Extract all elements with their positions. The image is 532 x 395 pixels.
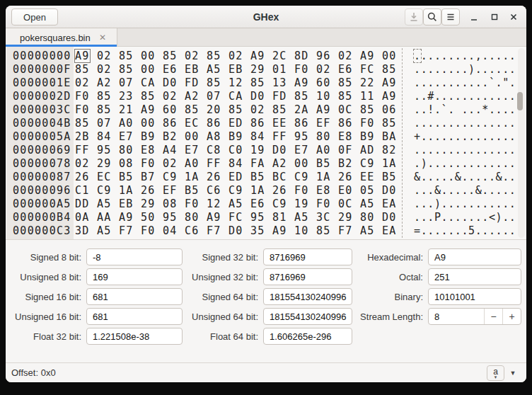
conversion-value: 8716969: [264, 252, 352, 263]
conversions-column-1: Signed 8 bit:-8Unsigned 8 bit:169Signed …: [11, 248, 183, 345]
conversion-value-field[interactable]: 8−+: [428, 308, 521, 325]
hex-bytes-row[interactable]: 0A AA A9 50 95 80 A9 FC 95 81 A5 3C 29 8…: [75, 211, 397, 224]
offset-cell: 0000001E: [13, 76, 74, 90]
conversion-label: Octal:: [352, 272, 428, 282]
hex-bytes-row[interactable]: DD A5 EB 29 08 F0 12 A5 E6 C9 19 F0 0C A…: [75, 198, 397, 211]
ascii-row[interactable]: .........,.....: [414, 50, 516, 63]
conversion-value: 681: [87, 292, 182, 302]
conversion-value-field[interactable]: -8: [86, 248, 183, 265]
ascii-row[interactable]: .).............: [414, 157, 516, 171]
conversion-value-field[interactable]: 1.606265e-296: [263, 328, 352, 345]
offset-cell: 000000C3: [13, 224, 74, 238]
conversion-value: 10101001: [429, 292, 521, 302]
offset-cell: 00000096: [13, 184, 74, 198]
offset-cell: 0000003C: [13, 103, 74, 117]
save-icon: [408, 11, 420, 23]
conversion-value-field[interactable]: 8716969: [263, 268, 352, 285]
ascii-row[interactable]: ..#............: [414, 90, 516, 103]
ascii-row[interactable]: &.....&.....&..: [414, 171, 516, 184]
chevron-down-icon: ▼: [510, 370, 516, 377]
conversion-row: Unsigned 16 bit:681: [11, 308, 183, 325]
conversion-value-field[interactable]: A9: [428, 248, 521, 265]
save-button[interactable]: [405, 8, 423, 25]
conversion-label: Signed 64 bit:: [188, 292, 263, 302]
conversion-label: Stream Length:: [352, 311, 428, 322]
hex-bytes-row[interactable]: 85 07 A0 00 86 EC 86 ED 86 EE 86 EF 86 F…: [75, 117, 397, 130]
conversion-value-field[interactable]: 181554130240996: [263, 288, 352, 305]
stream-length-increment-button[interactable]: +: [502, 309, 521, 324]
conversion-value-field[interactable]: 181554130240996: [263, 308, 352, 325]
ascii-row[interactable]: ...............: [414, 144, 516, 157]
offset-column: 000000000000000F0000001E0000002D0000003C…: [6, 47, 74, 239]
ascii-row[interactable]: ...P.......<)..: [414, 211, 516, 224]
hex-bytes-row[interactable]: 2B 84 E7 B9 B2 00 A8 B9 84 FF 95 80 E8 B…: [75, 130, 397, 144]
ascii-row[interactable]: ...&.....&.....: [414, 184, 516, 198]
conversion-row: Unsigned 32 bit:8716969: [188, 268, 352, 285]
conversions-column-2: Signed 32 bit:8716969Unsigned 32 bit:871…: [188, 248, 352, 345]
search-button[interactable]: [423, 8, 441, 25]
conversion-value-field[interactable]: 169: [86, 268, 183, 285]
conversion-row: Stream Length:8−+: [352, 308, 521, 325]
ascii-row[interactable]: ...)...........: [414, 198, 516, 211]
search-icon: [427, 11, 438, 23]
hex-column[interactable]: A9 02 85 00 85 02 85 02 A9 2C 8D 96 02 A…: [75, 47, 397, 238]
close-button[interactable]: [505, 8, 522, 25]
hex-bytes-row[interactable]: FF 95 80 E8 A4 E7 C8 C0 19 D0 E7 A0 0F A…: [75, 144, 397, 157]
conversion-label: Float 32 bit:: [11, 331, 86, 342]
stream-length-decrement-button[interactable]: −: [484, 309, 502, 324]
conversion-row: Unsigned 8 bit:169: [11, 268, 183, 285]
conversion-value: 181554130240996: [264, 292, 352, 302]
status-bar: Offset: 0x0 a ▼ ▼: [6, 362, 526, 382]
ascii-row[interactable]: ...............: [414, 117, 516, 130]
hex-bytes-row[interactable]: C1 C9 1A 26 EF B5 C6 C9 1A 26 F0 E8 E0 0…: [75, 184, 397, 198]
conversion-value-field[interactable]: 681: [86, 308, 183, 325]
tab-pokersquares[interactable]: pokersquares.bin ✕: [6, 28, 117, 47]
minimize-icon: [468, 11, 480, 23]
offset-cell: 00000078: [13, 157, 74, 171]
maximize-button[interactable]: [486, 8, 503, 25]
menu-button[interactable]: [441, 8, 460, 25]
conversion-value-field[interactable]: 8716969: [263, 248, 352, 265]
character-table-button[interactable]: a ▼: [487, 365, 504, 381]
ascii-row[interactable]: +..............: [414, 130, 516, 144]
scrollbar[interactable]: [518, 48, 525, 238]
ascii-column[interactable]: .........,.............)................…: [414, 47, 516, 238]
hex-bytes-row[interactable]: 02 A2 07 CA D0 FD 85 12 85 13 A9 60 85 2…: [75, 76, 397, 90]
hex-bytes-row[interactable]: F0 85 21 A9 60 85 20 85 02 85 2A A9 0C 8…: [75, 103, 397, 117]
hex-bytes-row[interactable]: A9 02 85 00 85 02 85 02 A9 2C 8D 96 02 A…: [75, 50, 397, 63]
offset-cell: 0000000F: [13, 63, 74, 76]
conversion-label: Signed 32 bit:: [188, 252, 263, 263]
conversion-value-field[interactable]: 10101001: [428, 288, 521, 305]
hex-cursor[interactable]: A9: [75, 50, 90, 62]
conversion-value: 8: [429, 311, 484, 322]
ascii-cursor[interactable]: .: [414, 50, 421, 62]
offset-cell: 00000000: [13, 50, 74, 63]
conversion-row: Hexadecimal:A9: [352, 248, 521, 265]
offset-cell: 0000002D: [13, 90, 74, 103]
statusbar-dropdown-button[interactable]: ▼: [507, 365, 519, 381]
ascii-row[interactable]: ........)......: [414, 63, 516, 76]
tab-close-icon[interactable]: ✕: [97, 32, 108, 43]
conversion-value: 251: [429, 272, 521, 282]
ascii-row[interactable]: ...........`.".: [414, 76, 516, 90]
hex-bytes-row[interactable]: 3D A5 F7 F0 04 C6 F7 D0 35 A9 10 85 F7 A…: [75, 224, 397, 238]
conversion-row: Float 32 bit:1.221508e-38: [11, 328, 183, 345]
hex-bytes-row[interactable]: 26 EC B5 B7 C9 1A 26 ED B5 BC C9 1A 26 E…: [75, 171, 397, 184]
ascii-row[interactable]: =.......5......: [414, 224, 516, 238]
hex-bytes-row[interactable]: 02 29 08 F0 02 A0 FF 84 FA A2 00 B5 B2 C…: [75, 157, 397, 171]
minimize-button[interactable]: [466, 8, 482, 25]
scrollbar-thumb[interactable]: [517, 92, 523, 110]
conversion-value: 1.221508e-38: [87, 331, 182, 342]
hex-bytes-row[interactable]: 85 02 85 00 E6 EB A5 EB 29 01 F0 02 E6 F…: [75, 63, 397, 76]
hex-bytes-row[interactable]: F0 85 23 85 02 A2 07 CA D0 FD 85 10 85 1…: [75, 90, 397, 103]
ascii-row[interactable]: ..!.`. ...*....: [414, 103, 516, 117]
conversion-value-field[interactable]: 251: [428, 268, 521, 285]
conversion-value-field[interactable]: 681: [86, 288, 183, 305]
conversion-label: Hexadecimal:: [352, 252, 428, 263]
conversion-value-field[interactable]: 1.221508e-38: [86, 328, 183, 345]
conversion-value: -8: [87, 252, 182, 263]
conversion-value: 181554130240996: [264, 311, 352, 322]
conversion-row: Unsigned 64 bit:181554130240996: [188, 308, 352, 325]
conversion-row: Signed 16 bit:681: [11, 288, 183, 305]
open-button[interactable]: Open: [11, 8, 58, 25]
